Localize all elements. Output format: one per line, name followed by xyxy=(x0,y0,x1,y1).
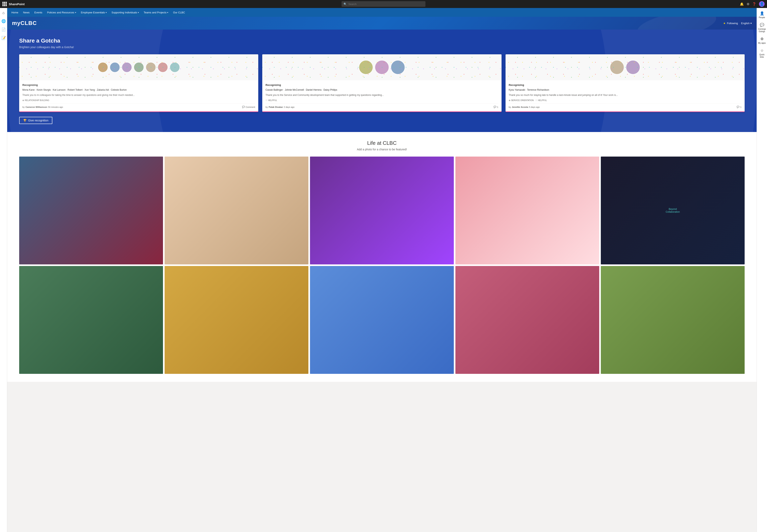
following-label: Following xyxy=(727,22,738,25)
nav-item-events[interactable]: Events xyxy=(32,8,44,17)
person-icon: 👤 xyxy=(760,11,764,16)
chevron-down-icon: ▾ xyxy=(138,11,139,14)
nav-item-news[interactable]: News xyxy=(21,8,32,17)
avatar xyxy=(359,60,373,74)
card-tag: ♡ HELPFUL xyxy=(265,99,277,101)
photos-grid: BeyondCollaboration xyxy=(19,157,745,264)
gotcha-section: Share a Gotcha Brighten your colleagues … xyxy=(7,30,757,132)
avatar xyxy=(170,62,180,72)
photo-item[interactable] xyxy=(455,157,599,264)
site-logo: myCLBC xyxy=(12,20,37,26)
sidebar-btn-quicklinks[interactable]: ☆ Quick links xyxy=(757,47,767,60)
card-tag: ♡ HELPFUL xyxy=(535,99,547,101)
avatar xyxy=(134,62,144,72)
sidebar-label-comings: ComingsGoings xyxy=(758,28,766,33)
app-name: SharePoint xyxy=(9,2,25,6)
card-text: Thank you to the Service and Community d… xyxy=(265,93,498,97)
heart-icon: ♡ xyxy=(535,99,537,101)
photo-item[interactable] xyxy=(165,157,308,264)
photo-item[interactable] xyxy=(19,157,163,264)
chevron-down-icon: ▾ xyxy=(167,11,168,14)
avatar xyxy=(158,62,168,72)
nav-item-ourclbc[interactable]: Our CLBC xyxy=(171,8,187,17)
nav-item-supporting[interactable]: Supporting Individuals ▾ xyxy=(109,8,141,17)
award-icon: 🏆 xyxy=(23,119,27,122)
card-text: Thank you so much for staying late to ha… xyxy=(509,93,741,97)
main-content: myCLBC ★ Following English ▾ Share a Got… xyxy=(7,17,757,382)
home-sidebar-icon[interactable]: ⌂ xyxy=(1,10,6,16)
photo-placeholder xyxy=(455,157,599,264)
notifications-icon[interactable]: 🔔 xyxy=(740,2,744,6)
card-tags: ⊕ RELATIONSHIP BUILDING xyxy=(22,99,255,101)
gotcha-subtitle: Brighten your colleagues day with a Gotc… xyxy=(19,46,745,49)
chevron-down-icon: ▾ xyxy=(750,22,752,25)
notes-sidebar-icon[interactable]: 📝 xyxy=(0,35,7,41)
photos-grid-row2 xyxy=(19,266,745,374)
photo-item[interactable] xyxy=(19,266,163,374)
user-avatar[interactable]: 👤 xyxy=(759,1,765,7)
grid-icon: ⚙ xyxy=(760,37,764,41)
sidebar-btn-people[interactable]: 👤 People xyxy=(757,10,767,20)
language-button[interactable]: English ▾ xyxy=(741,22,752,25)
left-sidebar: ⌂ 🌐 📄 📝 xyxy=(0,8,7,382)
photo-item[interactable] xyxy=(165,266,308,374)
avatar xyxy=(391,60,405,74)
card-names: Kyou Yamazaki · Terrence Richardson xyxy=(509,88,741,92)
heart-icon: ♡ xyxy=(265,99,267,101)
navbar: ⌂ Home News Events Policies and Resource… xyxy=(0,8,767,17)
give-recognition-label: Give recognition xyxy=(28,119,48,122)
card-author: by Palak Divakar 2 days ago xyxy=(265,106,294,108)
comment-button[interactable]: 💬 1 xyxy=(494,106,498,108)
nav-item-home[interactable]: Home xyxy=(9,8,20,17)
settings-icon[interactable]: ⚙ xyxy=(747,2,749,6)
give-recognition-button[interactable]: 🏆 Give recognition xyxy=(19,117,52,124)
comment-icon: 💬 xyxy=(737,106,739,108)
sidebar-btn-myapps[interactable]: ⚙ My apps xyxy=(757,35,767,46)
right-sidebar: 👤 People 💬 ComingsGoings ⚙ My apps ☆ Qui… xyxy=(757,8,767,382)
nav-item-employee[interactable]: Employee Essentials ▾ xyxy=(79,8,109,17)
topbar-actions: 🔔 ⚙ ❓ 👤 xyxy=(740,1,765,7)
photo-item[interactable] xyxy=(310,266,454,374)
photo-item[interactable] xyxy=(455,266,599,374)
waffle-icon[interactable] xyxy=(2,2,7,6)
sidebar-btn-comings[interactable]: 💬 ComingsGoings xyxy=(757,21,767,34)
chat-icon: 💬 xyxy=(760,23,764,27)
header-actions: ★ Following English ▾ xyxy=(723,22,752,25)
help-icon[interactable]: ❓ xyxy=(752,2,756,6)
recognition-card: Recognizing Mona Kane · Kevin Sturgis · … xyxy=(19,54,258,112)
comment-icon: 💬 xyxy=(494,106,496,108)
site-logo-bold: CLBC xyxy=(20,20,37,26)
recognition-card: Recognizing Kyou Yamazaki · Terrence Ric… xyxy=(506,54,745,112)
avatar xyxy=(610,60,624,74)
photo-item[interactable] xyxy=(601,266,745,374)
app-logo: SharePoint xyxy=(9,2,25,6)
search-bar[interactable]: 🔍 xyxy=(342,1,425,7)
star-icon: ★ xyxy=(723,22,726,25)
nav-item-teams[interactable]: Teams and Projects ▾ xyxy=(142,8,170,17)
comment-button[interactable]: 💬 1 xyxy=(737,106,741,108)
comment-button[interactable]: 💬 Comment xyxy=(242,106,255,108)
card-type: Recognizing xyxy=(509,83,741,86)
site-header: myCLBC ★ Following English ▾ xyxy=(7,17,757,30)
sidebar-label-people: People xyxy=(759,16,765,19)
photo-item[interactable] xyxy=(310,157,454,264)
avatar xyxy=(122,62,132,72)
life-subtitle: Add a photo for a chance to be featured! xyxy=(19,148,745,151)
sidebar-label-quicklinks: Quick links xyxy=(758,54,766,58)
following-button[interactable]: ★ Following xyxy=(723,22,738,25)
photo-item[interactable]: BeyondCollaboration xyxy=(601,157,745,264)
avatar xyxy=(626,60,640,74)
photo-placeholder: BeyondCollaboration xyxy=(601,157,745,264)
card-avatars xyxy=(506,54,745,80)
topbar: SharePoint 🔍 🔔 ⚙ ❓ 👤 xyxy=(0,0,767,8)
avatar xyxy=(110,62,120,72)
globe-sidebar-icon[interactable]: 🌐 xyxy=(0,18,7,25)
avatar xyxy=(375,60,389,74)
nav-item-policies[interactable]: Policies and Resources ▾ xyxy=(45,8,78,17)
pages-sidebar-icon[interactable]: 📄 xyxy=(0,26,7,33)
card-type: Recognizing xyxy=(265,83,498,86)
search-input[interactable] xyxy=(348,3,423,6)
card-tags: ♡ HELPFUL xyxy=(265,99,498,101)
card-footer: by Cameron Williamson 56 minutes ago 💬 C… xyxy=(22,103,255,108)
card-footer: by Jennifer Acosta 5 days ago 💬 1 xyxy=(509,103,741,108)
